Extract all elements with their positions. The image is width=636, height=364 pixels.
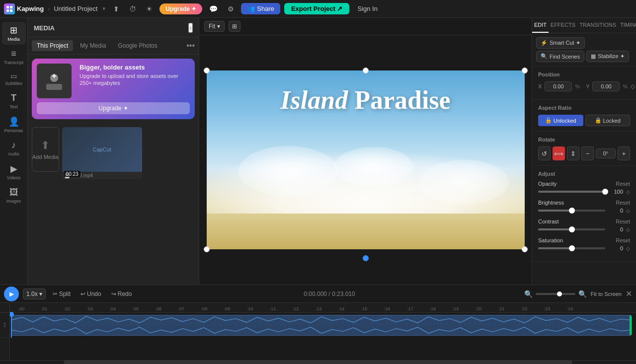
media-tabs-more[interactable]: ••• bbox=[186, 41, 195, 50]
sidebar-item-personas[interactable]: 👤 Personas bbox=[2, 113, 26, 136]
sidebar-item-videos[interactable]: ▶ Videos bbox=[2, 160, 26, 183]
app-logo[interactable]: Kapwing bbox=[4, 3, 44, 14]
video-clip[interactable] bbox=[11, 315, 632, 336]
video-canvas[interactable]: Island Paradise bbox=[207, 71, 525, 249]
contrast-keyframe[interactable]: ◇ bbox=[626, 227, 630, 232]
handle-bottom-left[interactable] bbox=[204, 246, 210, 252]
scrollbar-thumb[interactable] bbox=[64, 361, 572, 364]
aspect-ratio-buttons: 🔓 Unlocked 🔒 Locked bbox=[538, 115, 630, 126]
sidebar-item-media[interactable]: ⊞ Media bbox=[2, 22, 26, 45]
brightness-slider[interactable] bbox=[538, 210, 605, 212]
y-label: Y bbox=[586, 83, 589, 89]
media-thumb-0: CapCut bbox=[62, 127, 142, 172]
rotate-handle[interactable] bbox=[363, 255, 369, 261]
brightness-keyframe[interactable]: ◇ bbox=[626, 208, 630, 214]
lock-icon: 🔒 bbox=[595, 117, 602, 124]
rotate-input[interactable] bbox=[596, 148, 616, 158]
timeline-tracks: :00 :01 :02 :03 :04 :05 :06 :07 :08 :09 … bbox=[10, 303, 636, 360]
speed-selector[interactable]: 1.0x ▾ bbox=[23, 289, 46, 299]
sidebar-item-audio[interactable]: ♪ Audio bbox=[2, 137, 26, 159]
saturation-slider[interactable] bbox=[538, 247, 605, 249]
handle-top-center[interactable] bbox=[363, 68, 369, 73]
upgrade-card-btn[interactable]: Upgrade ✦ bbox=[37, 102, 190, 114]
upgrade-button[interactable]: Upgrade ✦ bbox=[159, 3, 202, 14]
handle-bottom-right[interactable] bbox=[522, 246, 528, 252]
add-media-btn[interactable]: ⬆ Add Media bbox=[32, 127, 59, 172]
svg-rect-2 bbox=[6, 9, 9, 12]
opacity-value: 100 bbox=[608, 189, 623, 195]
stabilize-icon: ▦ bbox=[591, 53, 596, 60]
sidebar-item-text[interactable]: T Text bbox=[2, 90, 26, 112]
opacity-keyframe[interactable]: ◇ bbox=[626, 189, 630, 195]
x-input[interactable] bbox=[545, 81, 572, 91]
signin-button[interactable]: Sign In bbox=[353, 3, 381, 14]
contrast-slider[interactable] bbox=[538, 228, 605, 230]
tab-google-photos[interactable]: Google Photos bbox=[113, 40, 162, 51]
zoom-in-btn[interactable]: 🔍 bbox=[578, 290, 587, 298]
opacity-slider[interactable] bbox=[538, 191, 605, 193]
rotate-plus-btn[interactable]: + bbox=[618, 146, 630, 160]
fit-to-screen-btn[interactable]: Fit to Screen bbox=[591, 291, 622, 297]
tab-edit[interactable]: EDIT bbox=[532, 18, 549, 33]
rotate-flip-v-btn[interactable]: ⇕ bbox=[567, 146, 579, 160]
project-dropdown-icon[interactable]: ▼ bbox=[101, 6, 106, 11]
play-button[interactable]: ▶ bbox=[4, 287, 19, 301]
sidebar-item-transcript[interactable]: ≡ Transcript bbox=[2, 46, 26, 68]
handle-top-left[interactable] bbox=[204, 68, 210, 73]
theme-btn[interactable]: ☀ bbox=[143, 3, 156, 15]
tab-effects[interactable]: EFFECTS bbox=[549, 18, 577, 33]
redo-btn[interactable]: ↪ Redo bbox=[108, 289, 135, 299]
rotate-ccw-btn[interactable]: ↺ bbox=[538, 146, 551, 160]
y-input[interactable] bbox=[592, 81, 620, 91]
saturation-keyframe[interactable]: ◇ bbox=[626, 246, 630, 251]
sidebar-item-images[interactable]: 🖼 Images bbox=[2, 184, 26, 207]
notifications-btn[interactable]: 💬 bbox=[206, 3, 221, 15]
zoom-thumb[interactable] bbox=[557, 291, 562, 296]
copy-canvas-btn[interactable]: ⊞ bbox=[229, 21, 240, 32]
text-icon: T bbox=[11, 93, 16, 103]
zoom-out-btn[interactable]: 🔍 bbox=[524, 290, 533, 298]
tab-transitions[interactable]: TRANSITIONS bbox=[577, 18, 618, 33]
smart-cut-btn[interactable]: ⚡ Smart Cut ✦ bbox=[536, 37, 585, 49]
tab-this-project[interactable]: This Project bbox=[32, 40, 73, 51]
contrast-reset[interactable]: Reset bbox=[616, 218, 630, 224]
link-icon[interactable]: ◇ bbox=[631, 83, 635, 90]
tab-my-media[interactable]: My Media bbox=[75, 40, 111, 51]
handle-top-right[interactable] bbox=[522, 68, 528, 73]
timeline-scrollbar[interactable] bbox=[0, 360, 636, 364]
sidebar-label-media: Media bbox=[7, 37, 20, 42]
canvas-toolbar: Fit ▾ ⊞ bbox=[199, 18, 532, 35]
empty-track-area bbox=[10, 338, 636, 360]
stabilize-btn[interactable]: ▦ Stabilize ✦ bbox=[586, 51, 629, 62]
rotate-flip-h-btn[interactable]: ⟺ bbox=[553, 146, 565, 160]
media-duration-0: 00:23 bbox=[64, 171, 80, 177]
locked-btn[interactable]: 🔒 Locked bbox=[585, 115, 631, 126]
history-btn[interactable]: ⏱ bbox=[126, 3, 139, 15]
media-panel-title: MEDIA bbox=[34, 24, 55, 32]
rotate-minus-btn[interactable]: − bbox=[581, 146, 594, 160]
saturation-reset[interactable]: Reset bbox=[616, 237, 630, 243]
split-btn[interactable]: ✂ Split bbox=[50, 289, 74, 299]
export-button[interactable]: Export Project ↗ bbox=[284, 3, 349, 14]
project-name[interactable]: Untitled Project bbox=[54, 5, 97, 12]
collapse-panel-btn[interactable]: ‹ bbox=[188, 23, 193, 33]
sidebar-item-subtitles[interactable]: ▭ Subtitles bbox=[2, 69, 26, 89]
undo-btn[interactable]: ↩ Undo bbox=[78, 289, 104, 299]
opacity-reset[interactable]: Reset bbox=[616, 181, 630, 187]
tab-timing[interactable]: TIMING bbox=[618, 18, 636, 33]
settings-btn[interactable]: ⚙ bbox=[225, 3, 237, 15]
share-button[interactable]: 👥 Share bbox=[241, 3, 280, 14]
upgrade-card-desc: Upgrade to upload and store assets over … bbox=[80, 73, 190, 87]
contrast-row: Contrast Reset 0 ◇ bbox=[538, 218, 630, 232]
undo-icon: ↩ bbox=[80, 291, 85, 297]
position-title: Position bbox=[538, 72, 630, 77]
fit-dropdown-btn[interactable]: Fit ▾ bbox=[204, 21, 225, 32]
adjust-title: Adjust bbox=[538, 171, 630, 177]
share-icon-btn[interactable]: ⬆ bbox=[110, 3, 122, 15]
media-item-0[interactable]: CapCut 00:23 📄 0609.mp4 bbox=[62, 127, 142, 179]
zoom-slider[interactable] bbox=[536, 293, 575, 295]
timeline-close-btn[interactable]: ✕ bbox=[626, 289, 632, 298]
unlocked-btn[interactable]: 🔓 Unlocked bbox=[538, 115, 583, 126]
brightness-reset[interactable]: Reset bbox=[616, 200, 630, 206]
find-scenes-btn[interactable]: 🔍 Find Scenes bbox=[536, 51, 584, 62]
